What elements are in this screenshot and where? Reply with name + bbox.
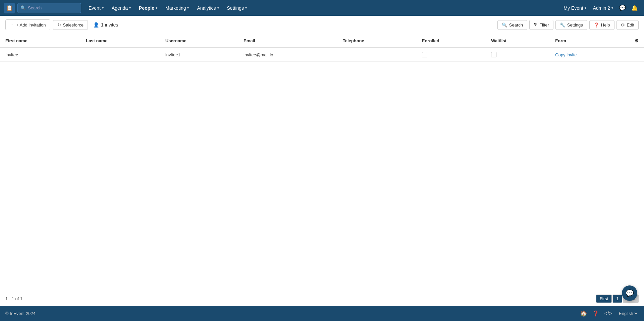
chevron-down-icon: ▾	[585, 6, 586, 10]
chevron-down-icon: ▾	[156, 6, 157, 10]
chevron-down-icon: ▾	[187, 6, 189, 10]
invites-count-text: 1 invites	[101, 22, 118, 28]
invitees-table: First name Last name Username Email Tele…	[0, 34, 644, 62]
nav-item-analytics[interactable]: Analytics ▾	[194, 3, 222, 13]
search-icon: 🔍	[20, 5, 26, 10]
col-settings[interactable]: ⚙	[629, 34, 644, 48]
help-icon: ❓	[594, 22, 599, 28]
chat-icon: 💬	[619, 5, 626, 11]
nav-item-people[interactable]: People ▾	[136, 3, 161, 13]
gear-icon: ⚙	[635, 38, 639, 43]
notification-button[interactable]: 🔔	[629, 3, 640, 13]
cell-email: invitee@mail.io	[238, 48, 337, 62]
search-button[interactable]: 🔍 Search	[497, 20, 527, 30]
pagination-info: 1 - 1 of 1	[5, 296, 22, 301]
chevron-down-icon: ▾	[611, 6, 613, 10]
table-header-row: First name Last name Username Email Tele…	[0, 34, 644, 48]
plus-icon: ＋	[10, 22, 14, 28]
admin-button[interactable]: Admin 2 ▾	[590, 3, 616, 13]
chat-bubble-icon: 💬	[626, 289, 634, 297]
nav-label-settings: Settings	[227, 5, 244, 11]
copyright-text: © InEvent 2024	[5, 311, 36, 316]
person-icon: 👤	[93, 22, 99, 28]
first-page-button[interactable]: First	[596, 295, 612, 303]
page-1-button[interactable]: 1	[612, 295, 622, 303]
global-search-box[interactable]: 🔍	[17, 3, 81, 13]
nav-right-section: My Event ▾ Admin 2 ▾ 💬 🔔	[561, 3, 640, 13]
cell-row-settings	[629, 48, 644, 62]
chevron-down-icon: ▾	[217, 6, 219, 10]
cell-enrolled[interactable]	[417, 48, 486, 62]
col-last-name: Last name	[80, 34, 160, 48]
cell-first-name: Invitee	[0, 48, 80, 62]
col-waitlist: Waitlist	[486, 34, 550, 48]
search-icon: 🔍	[502, 22, 507, 28]
col-form: Form	[550, 34, 629, 48]
wrench-icon: 🔧	[560, 22, 565, 28]
nav-item-settings[interactable]: Settings ▾	[224, 3, 251, 13]
my-event-label: My Event	[564, 5, 583, 11]
nav-label-agenda: Agenda	[112, 5, 128, 11]
logo-button[interactable]: 📋	[4, 3, 15, 13]
bell-icon: 🔔	[631, 5, 638, 11]
invites-count-label: 👤 1 invites	[93, 22, 118, 28]
chat-icon-button[interactable]: 💬	[617, 3, 628, 13]
filter-icon: ⧨	[534, 22, 537, 28]
col-first-name: First name	[0, 34, 80, 48]
action-toolbar: ＋ + Add invitation ↻ Salesforce 👤 1 invi…	[0, 16, 644, 34]
help-label: Help	[601, 22, 610, 28]
nav-label-people: People	[139, 5, 154, 11]
search-input[interactable]	[28, 5, 78, 10]
salesforce-label: Salesforce	[63, 22, 84, 28]
nav-item-event[interactable]: Event ▾	[85, 3, 107, 13]
cell-last-name	[80, 48, 160, 62]
bottom-bar: © InEvent 2024 🏠 ❓ </> English	[0, 306, 644, 321]
gear-icon: ⚙	[621, 22, 625, 28]
cell-telephone	[337, 48, 417, 62]
admin-label: Admin 2	[593, 5, 610, 11]
edit-label: Edit	[627, 22, 634, 28]
filter-button[interactable]: ⧨ Filter	[529, 20, 553, 30]
salesforce-icon: ↻	[57, 22, 61, 28]
my-event-button[interactable]: My Event ▾	[561, 3, 589, 13]
add-invitation-button[interactable]: ＋ + Add invitation	[5, 19, 50, 30]
nav-label-analytics: Analytics	[197, 5, 216, 11]
copy-invite-button[interactable]: Copy invite	[555, 52, 577, 57]
waitlist-checkbox[interactable]	[491, 52, 496, 57]
chevron-down-icon: ▾	[245, 6, 247, 10]
edit-button[interactable]: ⚙ Edit	[616, 20, 639, 30]
filter-label: Filter	[539, 22, 549, 28]
table-row: Invitee invitee1 invitee@mail.io	[0, 48, 644, 62]
add-invitation-label: + Add invitation	[16, 22, 46, 28]
nav-label-event: Event	[89, 5, 101, 11]
cell-waitlist[interactable]	[486, 48, 550, 62]
cell-username: invitee1	[160, 48, 238, 62]
settings-button[interactable]: 🔧 Settings	[555, 20, 587, 30]
chat-fab-button[interactable]: 💬	[622, 285, 637, 301]
nav-item-marketing[interactable]: Marketing ▾	[162, 3, 192, 13]
chevron-down-icon: ▾	[129, 6, 131, 10]
cell-form[interactable]: Copy invite	[550, 48, 629, 62]
code-icon[interactable]: </>	[604, 311, 612, 317]
pagination-bar: 1 - 1 of 1 First 1 Last	[0, 291, 644, 306]
nav-item-agenda[interactable]: Agenda ▾	[108, 3, 134, 13]
home-icon[interactable]: 🏠	[580, 310, 587, 317]
toolbar-right-actions: 🔍 Search ⧨ Filter 🔧 Settings ❓ Help ⚙ Ed…	[497, 20, 639, 30]
help-button[interactable]: ❓ Help	[589, 20, 614, 30]
top-navigation: 📋 🔍 Event ▾ Agenda ▾ People ▾ Marketing …	[0, 0, 644, 16]
main-content: First name Last name Username Email Tele…	[0, 34, 644, 291]
settings-label: Settings	[567, 22, 583, 28]
salesforce-button[interactable]: ↻ Salesforce	[53, 20, 88, 30]
chevron-down-icon: ▾	[102, 6, 104, 10]
nav-label-marketing: Marketing	[165, 5, 186, 11]
language-selector[interactable]: English	[618, 311, 639, 316]
question-icon[interactable]: ❓	[592, 310, 599, 317]
col-username: Username	[160, 34, 238, 48]
enrolled-checkbox[interactable]	[422, 52, 427, 57]
bottom-bar-right: 🏠 ❓ </> English	[580, 310, 639, 317]
col-email: Email	[238, 34, 337, 48]
col-enrolled: Enrolled	[417, 34, 486, 48]
col-telephone: Telephone	[337, 34, 417, 48]
search-label: Search	[509, 22, 523, 28]
